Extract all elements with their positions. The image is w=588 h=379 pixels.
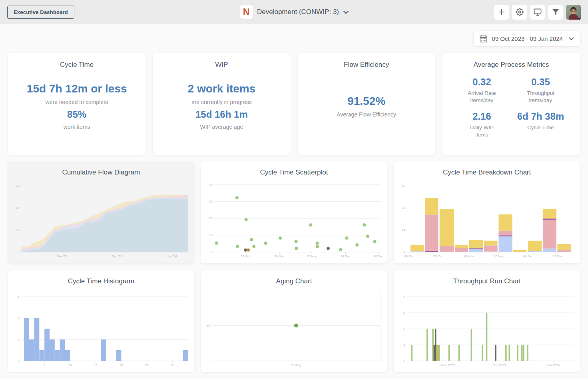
wip-average-age: 15d 16h 1m bbox=[195, 109, 248, 120]
svg-text:0: 0 bbox=[404, 359, 406, 363]
wip-caption2: WIP average age bbox=[200, 124, 243, 130]
svg-text:1: 1 bbox=[404, 343, 406, 347]
chart-title: Cycle Time Histogram bbox=[10, 277, 193, 285]
svg-text:10: 10 bbox=[209, 233, 213, 237]
flow-efficiency-value: 91.52% bbox=[347, 95, 385, 108]
chevron-down-icon bbox=[569, 37, 574, 40]
apm-label2: items bbox=[475, 132, 488, 138]
svg-text:Jan '24: Jan '24 bbox=[167, 255, 177, 258]
topbar: Executive Dashboard N Development (CONWI… bbox=[0, 0, 588, 24]
card-title: Average Process Metrics bbox=[442, 61, 580, 69]
svg-text:23 Oct: 23 Oct bbox=[433, 255, 443, 258]
svg-text:5: 5 bbox=[44, 363, 46, 367]
cycle-time-scatterplot-chart[interactable]: 01020304023 Oct06 Nov20 Nov04 Dec18 Dec bbox=[203, 178, 386, 261]
apm-throughput: 0.35 Throughput items/day bbox=[512, 76, 569, 104]
svg-text:Testing: Testing bbox=[291, 363, 301, 367]
cycle-time-caption2: work items bbox=[64, 124, 90, 130]
apm-cycle-time: 6d 7h 38m Cycle Time bbox=[512, 111, 569, 138]
cumulative-flow-diagram-chart[interactable]: 0102030Nov '23Dec '23Jan '24 bbox=[10, 178, 193, 261]
svg-text:42: 42 bbox=[402, 184, 405, 188]
cycle-time-breakdown-card[interactable]: Cycle Time Breakdown Chart 014284209 Oct… bbox=[394, 161, 580, 263]
svg-text:4: 4 bbox=[18, 316, 20, 320]
card-title: WIP bbox=[153, 61, 290, 69]
svg-text:Dec '23: Dec '23 bbox=[112, 255, 123, 258]
svg-text:Nov 2023: Nov 2023 bbox=[441, 363, 455, 367]
throughput-run-chart[interactable]: 01234Nov 2023Dec 2023Jan 2024 bbox=[395, 287, 578, 370]
average-process-metrics-card[interactable]: Average Process Metrics 0.32 Arrival Rat… bbox=[442, 53, 580, 155]
cycle-time-card[interactable]: Cycle Time 15d 7h 12m or less were neede… bbox=[8, 53, 146, 155]
cycle-time-histogram-chart[interactable]: 024651015202530 bbox=[10, 287, 193, 370]
apm-arrival-rate: 0.32 Arrival Rate items/day bbox=[454, 76, 510, 104]
apm-label: Arrival Rate bbox=[468, 90, 496, 96]
nave-logo-icon: N bbox=[239, 5, 253, 19]
svg-text:16: 16 bbox=[207, 324, 210, 327]
flow-efficiency-card[interactable]: Flow Efficiency 91.52% Average Flow Effi… bbox=[298, 53, 435, 155]
board-name: Development (CONWIP: 3) bbox=[257, 8, 339, 16]
apm-value: 0.35 bbox=[512, 76, 569, 88]
svg-text:4: 4 bbox=[404, 295, 406, 299]
svg-text:20: 20 bbox=[16, 206, 20, 210]
apm-grid: 0.32 Arrival Rate items/day 0.35 Through… bbox=[442, 69, 580, 155]
apm-value: 6d 7h 38m bbox=[512, 111, 569, 122]
apm-value: 0.32 bbox=[454, 76, 510, 88]
display-mode-button[interactable] bbox=[530, 5, 545, 20]
chart-title: Aging Chart bbox=[203, 277, 386, 285]
svg-text:09 Oct: 09 Oct bbox=[404, 255, 414, 258]
settings-button[interactable] bbox=[512, 5, 527, 20]
svg-text:0: 0 bbox=[18, 250, 20, 254]
svg-text:30: 30 bbox=[209, 200, 213, 203]
apm-label2: items/day bbox=[470, 97, 493, 103]
apm-value: 2.16 bbox=[454, 111, 510, 122]
throughput-run-chart-card[interactable]: Throughput Run Chart 01234Nov 2023Dec 20… bbox=[394, 270, 580, 372]
apm-label2: items/day bbox=[529, 97, 552, 103]
aging-chart-card[interactable]: Aging Chart 16Testing bbox=[201, 270, 387, 372]
apm-label: Throughput bbox=[527, 90, 554, 96]
cycle-time-histogram-card[interactable]: Cycle Time Histogram 024651015202530 bbox=[8, 270, 194, 372]
svg-text:10: 10 bbox=[68, 363, 72, 367]
date-range-text: 09 Oct 2023 - 09 Jan 2024 bbox=[492, 35, 563, 42]
chart-title: Cycle Time Scatterplot bbox=[203, 168, 386, 176]
svg-text:28: 28 bbox=[402, 206, 405, 210]
svg-text:3: 3 bbox=[404, 311, 406, 315]
svg-text:15: 15 bbox=[94, 363, 98, 367]
svg-text:30: 30 bbox=[171, 363, 174, 367]
wip-caption: are currently in progress bbox=[191, 99, 252, 105]
svg-text:2: 2 bbox=[404, 327, 406, 331]
board-selector[interactable]: N Development (CONWIP: 3) bbox=[239, 5, 349, 19]
svg-text:20: 20 bbox=[120, 363, 123, 367]
svg-text:0: 0 bbox=[18, 359, 20, 363]
card-title: Cycle Time bbox=[8, 61, 146, 69]
svg-text:25: 25 bbox=[145, 363, 149, 367]
chart-title: Cumulative Flow Diagram bbox=[10, 168, 193, 176]
executive-dashboard-button[interactable]: Executive Dashboard bbox=[7, 6, 74, 19]
date-range-picker[interactable]: 09 Oct 2023 - 09 Jan 2024 bbox=[474, 31, 580, 46]
wip-values: 2 work items are currently in progress 1… bbox=[153, 69, 290, 155]
add-widget-button[interactable] bbox=[494, 5, 509, 20]
filter-button[interactable] bbox=[548, 5, 563, 20]
cumulative-flow-diagram-card[interactable]: Cumulative Flow Diagram 0102030Nov '23De… bbox=[8, 161, 194, 263]
svg-text:20: 20 bbox=[209, 217, 213, 220]
charts-grid: Cumulative Flow Diagram 0102030Nov '23De… bbox=[0, 155, 588, 379]
svg-text:18 Dec: 18 Dec bbox=[373, 255, 383, 258]
gear-icon bbox=[516, 8, 524, 16]
svg-text:06 Nov: 06 Nov bbox=[464, 255, 474, 258]
monitor-icon bbox=[534, 8, 542, 16]
chart-title: Cycle Time Breakdown Chart bbox=[395, 168, 578, 176]
flow-efficiency-values: 91.52% Average Flow Efficiency bbox=[298, 69, 435, 155]
filter-icon bbox=[552, 9, 559, 16]
svg-text:Nov '23: Nov '23 bbox=[57, 255, 68, 258]
user-avatar[interactable] bbox=[566, 5, 581, 20]
svg-text:20 Nov: 20 Nov bbox=[307, 255, 317, 258]
wip-value: 2 work items bbox=[188, 82, 256, 95]
svg-text:20 Nov: 20 Nov bbox=[494, 255, 504, 258]
aging-chart[interactable]: 16Testing bbox=[203, 287, 386, 370]
wip-card[interactable]: WIP 2 work items are currently in progre… bbox=[153, 53, 290, 155]
svg-text:0: 0 bbox=[211, 250, 213, 254]
calendar-icon bbox=[480, 35, 487, 42]
svg-text:40: 40 bbox=[209, 183, 213, 186]
cycle-time-caption: were needed to complete bbox=[46, 99, 108, 105]
cycle-time-breakdown-chart[interactable]: 014284209 Oct23 Oct06 Nov20 Nov04 Dec18 … bbox=[395, 178, 578, 261]
svg-text:Dec 2023: Dec 2023 bbox=[492, 363, 506, 367]
cycle-time-scatterplot-card[interactable]: Cycle Time Scatterplot 01020304023 Oct06… bbox=[201, 161, 387, 263]
cycle-time-percent: 85% bbox=[67, 109, 86, 120]
